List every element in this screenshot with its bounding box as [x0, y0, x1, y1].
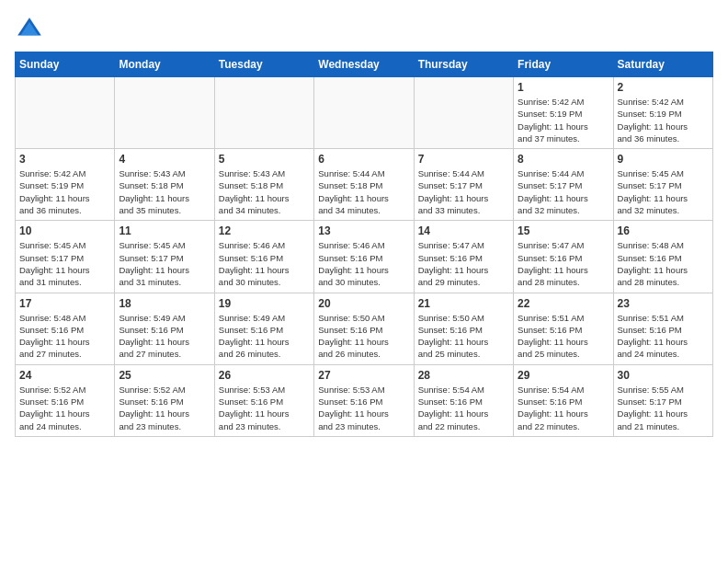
calendar-cell: 6Sunrise: 5:44 AM Sunset: 5:18 PM Daylig…: [314, 149, 414, 221]
day-info: Sunrise: 5:53 AM Sunset: 5:16 PM Dayligh…: [219, 384, 310, 432]
day-number: 15: [518, 224, 609, 237]
day-info: Sunrise: 5:50 AM Sunset: 5:16 PM Dayligh…: [418, 312, 509, 361]
day-info: Sunrise: 5:54 AM Sunset: 5:16 PM Dayligh…: [518, 384, 609, 432]
day-number: 8: [518, 153, 609, 166]
day-number: 18: [119, 297, 210, 310]
weekday-header: Monday: [115, 52, 214, 77]
calendar-cell: 23Sunrise: 5:51 AM Sunset: 5:16 PM Dayli…: [613, 293, 712, 364]
weekday-header: Sunday: [16, 52, 115, 77]
day-info: Sunrise: 5:45 AM Sunset: 5:17 PM Dayligh…: [618, 167, 709, 216]
calendar-cell: 14Sunrise: 5:47 AM Sunset: 5:16 PM Dayli…: [414, 221, 513, 293]
day-info: Sunrise: 5:46 AM Sunset: 5:16 PM Dayligh…: [318, 239, 409, 288]
day-info: Sunrise: 5:48 AM Sunset: 5:16 PM Dayligh…: [618, 239, 709, 288]
weekday-header: Tuesday: [214, 52, 313, 77]
day-info: Sunrise: 5:53 AM Sunset: 5:16 PM Dayligh…: [318, 384, 409, 432]
day-number: 22: [518, 297, 609, 310]
calendar-cell: 7Sunrise: 5:44 AM Sunset: 5:17 PM Daylig…: [414, 149, 513, 221]
day-info: Sunrise: 5:43 AM Sunset: 5:18 PM Dayligh…: [219, 167, 310, 216]
day-number: 9: [618, 153, 709, 166]
day-number: 7: [418, 153, 509, 166]
weekday-header: Wednesday: [314, 52, 414, 77]
day-info: Sunrise: 5:46 AM Sunset: 5:16 PM Dayligh…: [219, 239, 310, 288]
calendar-cell: [414, 77, 513, 149]
day-number: 25: [119, 369, 210, 382]
weekday-header: Friday: [514, 52, 613, 77]
weekday-header-row: SundayMondayTuesdayWednesdayThursdayFrid…: [16, 52, 713, 77]
day-number: 21: [418, 297, 509, 310]
calendar-cell: 30Sunrise: 5:55 AM Sunset: 5:17 PM Dayli…: [613, 364, 712, 436]
day-info: Sunrise: 5:42 AM Sunset: 5:19 PM Dayligh…: [518, 96, 609, 144]
weekday-header: Thursday: [414, 52, 513, 77]
calendar-week-row: 10Sunrise: 5:45 AM Sunset: 5:17 PM Dayli…: [16, 221, 713, 293]
day-number: 1: [518, 81, 609, 94]
day-number: 26: [219, 369, 310, 382]
day-info: Sunrise: 5:45 AM Sunset: 5:17 PM Dayligh…: [19, 239, 110, 288]
day-info: Sunrise: 5:44 AM Sunset: 5:18 PM Dayligh…: [318, 167, 409, 216]
calendar-cell: 29Sunrise: 5:54 AM Sunset: 5:16 PM Dayli…: [514, 364, 613, 436]
calendar-cell: 15Sunrise: 5:47 AM Sunset: 5:16 PM Dayli…: [514, 221, 613, 293]
calendar-week-row: 17Sunrise: 5:48 AM Sunset: 5:16 PM Dayli…: [16, 293, 713, 364]
calendar-cell: 20Sunrise: 5:50 AM Sunset: 5:16 PM Dayli…: [314, 293, 414, 364]
calendar-week-row: 24Sunrise: 5:52 AM Sunset: 5:16 PM Dayli…: [16, 364, 713, 436]
day-info: Sunrise: 5:47 AM Sunset: 5:16 PM Dayligh…: [418, 239, 509, 288]
calendar-cell: 2Sunrise: 5:42 AM Sunset: 5:19 PM Daylig…: [613, 77, 712, 149]
calendar-cell: 12Sunrise: 5:46 AM Sunset: 5:16 PM Dayli…: [214, 221, 313, 293]
day-number: 6: [318, 153, 409, 166]
calendar-week-row: 1Sunrise: 5:42 AM Sunset: 5:19 PM Daylig…: [16, 77, 713, 149]
day-info: Sunrise: 5:49 AM Sunset: 5:16 PM Dayligh…: [219, 312, 310, 361]
calendar-cell: [115, 77, 214, 149]
day-number: 24: [19, 369, 110, 382]
day-info: Sunrise: 5:50 AM Sunset: 5:16 PM Dayligh…: [318, 312, 409, 361]
day-number: 23: [618, 297, 709, 310]
day-info: Sunrise: 5:45 AM Sunset: 5:17 PM Dayligh…: [119, 239, 210, 288]
calendar-cell: 28Sunrise: 5:54 AM Sunset: 5:16 PM Dayli…: [414, 364, 513, 436]
day-number: 30: [618, 369, 709, 382]
calendar-cell: 19Sunrise: 5:49 AM Sunset: 5:16 PM Dayli…: [214, 293, 313, 364]
day-number: 19: [219, 297, 310, 310]
calendar-cell: 11Sunrise: 5:45 AM Sunset: 5:17 PM Dayli…: [115, 221, 214, 293]
day-number: 16: [618, 224, 709, 237]
day-info: Sunrise: 5:43 AM Sunset: 5:18 PM Dayligh…: [119, 167, 210, 216]
day-number: 11: [119, 224, 210, 237]
logo: [15, 15, 48, 44]
day-number: 2: [618, 81, 709, 94]
calendar-cell: 9Sunrise: 5:45 AM Sunset: 5:17 PM Daylig…: [613, 149, 712, 221]
day-number: 28: [418, 369, 509, 382]
day-info: Sunrise: 5:42 AM Sunset: 5:19 PM Dayligh…: [19, 167, 110, 216]
calendar-cell: 24Sunrise: 5:52 AM Sunset: 5:16 PM Dayli…: [16, 364, 115, 436]
logo-icon: [15, 15, 44, 44]
day-info: Sunrise: 5:55 AM Sunset: 5:17 PM Dayligh…: [618, 384, 709, 432]
calendar-cell: [314, 77, 414, 149]
calendar-cell: 25Sunrise: 5:52 AM Sunset: 5:16 PM Dayli…: [115, 364, 214, 436]
day-info: Sunrise: 5:48 AM Sunset: 5:16 PM Dayligh…: [19, 312, 110, 361]
day-number: 12: [219, 224, 310, 237]
calendar-week-row: 3Sunrise: 5:42 AM Sunset: 5:19 PM Daylig…: [16, 149, 713, 221]
day-number: 4: [119, 153, 210, 166]
day-number: 14: [418, 224, 509, 237]
day-number: 10: [19, 224, 110, 237]
calendar-cell: 8Sunrise: 5:44 AM Sunset: 5:17 PM Daylig…: [514, 149, 613, 221]
day-info: Sunrise: 5:51 AM Sunset: 5:16 PM Dayligh…: [618, 312, 709, 361]
day-info: Sunrise: 5:51 AM Sunset: 5:16 PM Dayligh…: [518, 312, 609, 361]
day-info: Sunrise: 5:42 AM Sunset: 5:19 PM Dayligh…: [618, 96, 709, 144]
day-number: 3: [19, 153, 110, 166]
day-info: Sunrise: 5:44 AM Sunset: 5:17 PM Dayligh…: [418, 167, 509, 216]
calendar-cell: 22Sunrise: 5:51 AM Sunset: 5:16 PM Dayli…: [514, 293, 613, 364]
calendar-cell: [214, 77, 313, 149]
weekday-header: Saturday: [613, 52, 712, 77]
day-number: 5: [219, 153, 310, 166]
calendar-cell: 18Sunrise: 5:49 AM Sunset: 5:16 PM Dayli…: [115, 293, 214, 364]
day-number: 20: [318, 297, 409, 310]
calendar-cell: 13Sunrise: 5:46 AM Sunset: 5:16 PM Dayli…: [314, 221, 414, 293]
day-number: 17: [19, 297, 110, 310]
calendar-cell: 10Sunrise: 5:45 AM Sunset: 5:17 PM Dayli…: [16, 221, 115, 293]
calendar-cell: 17Sunrise: 5:48 AM Sunset: 5:16 PM Dayli…: [16, 293, 115, 364]
calendar-cell: 1Sunrise: 5:42 AM Sunset: 5:19 PM Daylig…: [514, 77, 613, 149]
calendar-cell: 21Sunrise: 5:50 AM Sunset: 5:16 PM Dayli…: [414, 293, 513, 364]
day-info: Sunrise: 5:52 AM Sunset: 5:16 PM Dayligh…: [119, 384, 210, 432]
calendar-cell: 5Sunrise: 5:43 AM Sunset: 5:18 PM Daylig…: [214, 149, 313, 221]
day-info: Sunrise: 5:47 AM Sunset: 5:16 PM Dayligh…: [518, 239, 609, 288]
day-info: Sunrise: 5:44 AM Sunset: 5:17 PM Dayligh…: [518, 167, 609, 216]
page-header: [15, 15, 713, 44]
calendar-cell: 27Sunrise: 5:53 AM Sunset: 5:16 PM Dayli…: [314, 364, 414, 436]
